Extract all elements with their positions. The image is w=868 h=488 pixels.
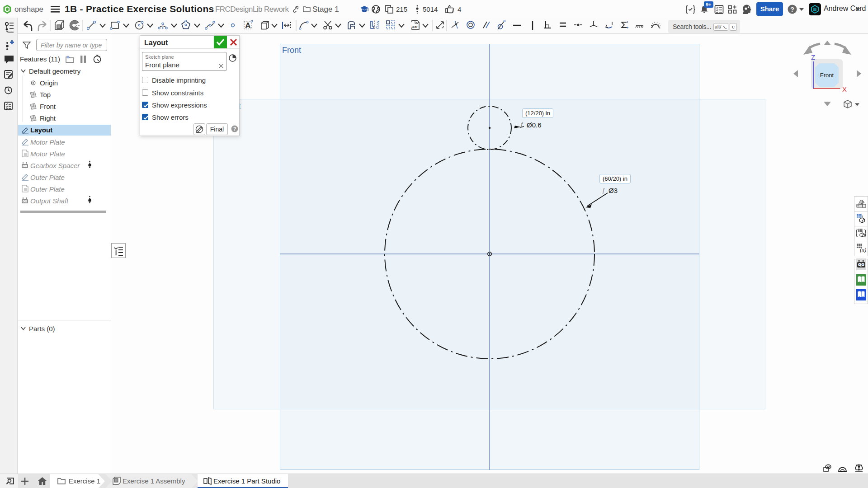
svg-text:DXF: DXF (412, 25, 419, 29)
svg-text:A: A (245, 21, 250, 30)
svg-text:?: ? (790, 6, 794, 13)
svg-text:(x): (x) (860, 246, 866, 253)
svg-text:X: X (842, 85, 847, 93)
svg-text:?: ? (233, 126, 236, 131)
svg-text:Z: Z (811, 53, 815, 61)
